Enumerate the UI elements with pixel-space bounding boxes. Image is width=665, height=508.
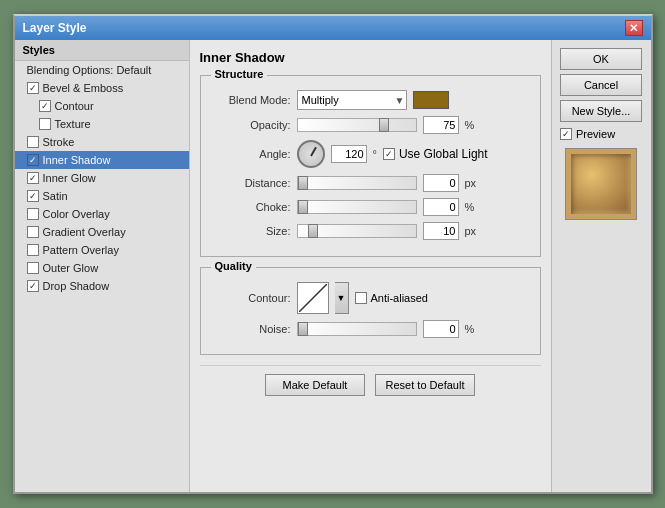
outer-glow-label: Outer Glow — [43, 262, 99, 274]
sidebar-item-contour[interactable]: Contour — [15, 97, 189, 115]
distance-label: Distance: — [211, 177, 291, 189]
blend-mode-label: Blend Mode: — [211, 94, 291, 106]
cancel-button[interactable]: Cancel — [560, 74, 642, 96]
noise-unit: % — [465, 323, 475, 335]
noise-label: Noise: — [211, 323, 291, 335]
pattern-overlay-label: Pattern Overlay — [43, 244, 119, 256]
noise-slider[interactable] — [297, 322, 417, 336]
close-button[interactable]: ✕ — [625, 20, 643, 36]
styles-header: Styles — [15, 40, 189, 61]
blending-label: Blending Options: Default — [27, 64, 152, 76]
global-light-checkbox[interactable] — [383, 148, 395, 160]
blend-mode-row: Blend Mode: Multiply ▼ — [211, 90, 530, 110]
angle-input[interactable] — [331, 145, 367, 163]
right-panel: OK Cancel New Style... Preview — [551, 40, 651, 492]
choke-slider[interactable] — [297, 200, 417, 214]
noise-slider-container — [297, 322, 417, 336]
stroke-label: Stroke — [43, 136, 75, 148]
texture-checkbox[interactable] — [39, 118, 51, 130]
sidebar-item-blending[interactable]: Blending Options: Default — [15, 61, 189, 79]
blend-mode-color-swatch[interactable] — [413, 91, 449, 109]
sidebar-item-inner-glow[interactable]: Inner Glow — [15, 169, 189, 187]
distance-slider[interactable] — [297, 176, 417, 190]
contour-row: Contour: ▼ Anti-aliased — [211, 282, 530, 314]
angle-deg: ° — [373, 148, 377, 160]
blend-mode-select[interactable]: Multiply — [297, 90, 407, 110]
inner-glow-checkbox[interactable] — [27, 172, 39, 184]
contour-checkbox[interactable] — [39, 100, 51, 112]
size-slider-container — [297, 224, 417, 238]
preview-label: Preview — [576, 128, 615, 140]
sidebar-item-pattern-overlay[interactable]: Pattern Overlay — [15, 241, 189, 259]
preview-thumb-inner — [571, 154, 631, 214]
global-light-label: Use Global Light — [399, 147, 488, 161]
distance-unit: px — [465, 177, 477, 189]
contour-label: Contour — [55, 100, 94, 112]
noise-input[interactable] — [423, 320, 459, 338]
anti-aliased-check: Anti-aliased — [355, 292, 428, 304]
structure-title: Structure — [211, 68, 268, 80]
quality-section: Quality Contour: ▼ Anti-alias — [200, 267, 541, 355]
contour-preview[interactable] — [297, 282, 329, 314]
contour-svg — [299, 284, 327, 312]
distance-row: Distance: px — [211, 174, 530, 192]
distance-slider-container — [297, 176, 417, 190]
distance-input[interactable] — [423, 174, 459, 192]
choke-input[interactable] — [423, 198, 459, 216]
sidebar-item-satin[interactable]: Satin — [15, 187, 189, 205]
choke-unit: % — [465, 201, 475, 213]
sidebar-item-drop-shadow[interactable]: Drop Shadow — [15, 277, 189, 295]
opacity-input[interactable] — [423, 116, 459, 134]
color-overlay-checkbox[interactable] — [27, 208, 39, 220]
sidebar-item-color-overlay[interactable]: Color Overlay — [15, 205, 189, 223]
sidebar-item-stroke[interactable]: Stroke — [15, 133, 189, 151]
structure-section: Structure Blend Mode: Multiply ▼ — [200, 75, 541, 257]
sidebar-item-inner-shadow[interactable]: Inner Shadow — [15, 151, 189, 169]
layer-style-dialog: Layer Style ✕ Styles Blending Options: D… — [13, 14, 653, 494]
gradient-overlay-label: Gradient Overlay — [43, 226, 126, 238]
bottom-buttons: Make Default Reset to Default — [200, 365, 541, 404]
opacity-slider[interactable] — [297, 118, 417, 132]
noise-row: Noise: % — [211, 320, 530, 338]
angle-row: Angle: ° Use Global Light — [211, 140, 530, 168]
title-bar: Layer Style ✕ — [15, 16, 651, 40]
blend-mode-wrapper: Multiply ▼ — [297, 90, 407, 110]
contour-dropdown-button[interactable]: ▼ — [335, 282, 349, 314]
contour-label: Contour: — [211, 292, 291, 304]
opacity-row: Opacity: % — [211, 116, 530, 134]
gradient-overlay-checkbox[interactable] — [27, 226, 39, 238]
main-content: Inner Shadow Structure Blend Mode: Multi… — [190, 40, 551, 492]
preview-checkbox[interactable] — [560, 128, 572, 140]
size-unit: px — [465, 225, 477, 237]
angle-dial[interactable] — [297, 140, 325, 168]
choke-row: Choke: % — [211, 198, 530, 216]
ok-button[interactable]: OK — [560, 48, 642, 70]
reset-default-button[interactable]: Reset to Default — [375, 374, 475, 396]
quality-content: Contour: ▼ Anti-aliased — [201, 268, 540, 354]
stroke-checkbox[interactable] — [27, 136, 39, 148]
inner-glow-label: Inner Glow — [43, 172, 96, 184]
sidebar-item-texture[interactable]: Texture — [15, 115, 189, 133]
sidebar-item-outer-glow[interactable]: Outer Glow — [15, 259, 189, 277]
size-input[interactable] — [423, 222, 459, 240]
choke-slider-container — [297, 200, 417, 214]
make-default-button[interactable]: Make Default — [265, 374, 365, 396]
outer-glow-checkbox[interactable] — [27, 262, 39, 274]
anti-aliased-label: Anti-aliased — [371, 292, 428, 304]
anti-aliased-checkbox[interactable] — [355, 292, 367, 304]
drop-shadow-checkbox[interactable] — [27, 280, 39, 292]
inner-shadow-checkbox[interactable] — [27, 154, 39, 166]
new-style-button[interactable]: New Style... — [560, 100, 642, 122]
size-row: Size: px — [211, 222, 530, 240]
bevel-emboss-checkbox[interactable] — [27, 82, 39, 94]
sidebar-item-gradient-overlay[interactable]: Gradient Overlay — [15, 223, 189, 241]
size-slider[interactable] — [297, 224, 417, 238]
bevel-emboss-label: Bevel & Emboss — [43, 82, 124, 94]
opacity-label: Opacity: — [211, 119, 291, 131]
satin-checkbox[interactable] — [27, 190, 39, 202]
pattern-overlay-checkbox[interactable] — [27, 244, 39, 256]
left-panel: Styles Blending Options: Default Bevel &… — [15, 40, 190, 492]
size-label: Size: — [211, 225, 291, 237]
drop-shadow-label: Drop Shadow — [43, 280, 110, 292]
sidebar-item-bevel-emboss[interactable]: Bevel & Emboss — [15, 79, 189, 97]
